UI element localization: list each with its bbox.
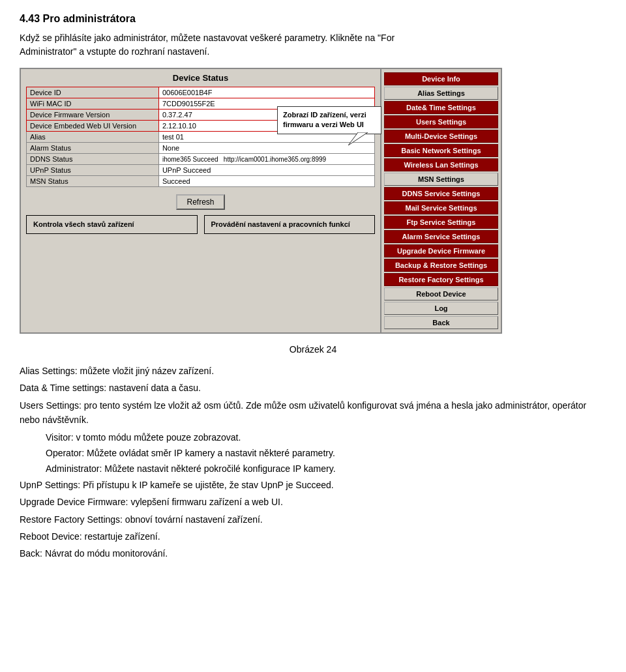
nav-item-mail-service-settings[interactable]: Mail Service Settings [384, 201, 498, 214]
nav-item-restore-factory-settings[interactable]: Restore Factory Settings [384, 273, 498, 286]
refresh-button[interactable]: Refresh [176, 194, 224, 210]
row-label: Device ID [27, 87, 159, 98]
body-line-2: Data & Time settings: nastavení data a č… [20, 381, 606, 395]
nav-item-basic-network-settings[interactable]: Basic Network Settings [384, 144, 498, 157]
label-box-2: Provádění nastavení a pracovních funkcí [204, 215, 376, 234]
body-line-3: Users Settings: pro tento systém lze vlo… [20, 398, 606, 428]
row-value: None [158, 143, 374, 154]
nav-item-wireless-lan-settings[interactable]: Wireless Lan Settings [384, 158, 498, 171]
intro-paragraph: Když se přihlásíte jako administrátor, m… [20, 31, 606, 59]
body-line-restore: Restore Factory Settings: obnoví tovární… [20, 512, 606, 527]
body-line-operator: Operator: Můžete ovládat směr IP kamery … [46, 446, 606, 460]
nav-item-users-settings[interactable]: Users Settings [384, 115, 498, 128]
body-line-administrator: Administrator: Můžete nastavit některé p… [46, 461, 606, 476]
row-label: Device Firmware Version [27, 110, 159, 121]
row-label: DDNS Status [27, 154, 159, 165]
refresh-row: Refresh [26, 194, 375, 210]
body-line-upgrade: Upgrade Device Firmware: vylepšení firmw… [20, 495, 606, 509]
status-table: Device ID 00606E001B4F WiFi MAC ID 7CDD9… [26, 87, 375, 187]
body-line-upnp: UpnP Settings: Při přístupu k IP kameře … [20, 478, 606, 492]
row-label: UPnP Status [27, 165, 159, 176]
nav-item-ftp-service-settings[interactable]: Ftp Service Settings [384, 216, 498, 229]
row-value: UPnP Succeed [158, 165, 374, 176]
nav-item-multi-device-settings[interactable]: Multi-Device Settings [384, 130, 498, 143]
row-label: WiFi MAC ID [27, 98, 159, 110]
row-label: Alias [27, 132, 159, 143]
row-value: 00606E001B4F [158, 87, 374, 98]
label-box-1: Kontrola všech stavů zařízení [26, 215, 198, 234]
table-row: Device ID 00606E001B4F [27, 87, 375, 98]
table-with-callout: Device ID 00606E001B4F WiFi MAC ID 7CDD9… [26, 87, 375, 187]
nav-item-reboot-device[interactable]: Reboot Device [384, 287, 498, 300]
row-label: Device Embeded Web UI Version [27, 121, 159, 132]
screenshot-container: Device Status Device ID 00606E001B4F WiF… [20, 68, 502, 334]
row-value: ihome365 Succeed http://icam0001.ihome36… [158, 154, 374, 165]
right-panel: Device Info Alias Settings Date& Time Se… [380, 69, 501, 332]
body-line-reboot: Reboot Device: restartuje zařízení. [20, 529, 606, 544]
body-line-back: Back: Návrat do módu monitorování. [20, 546, 606, 561]
row-value: Succeed [158, 176, 374, 187]
nav-item-msn-settings[interactable]: MSN Settings [384, 173, 498, 186]
nav-item-alarm-service-settings[interactable]: Alarm Service Settings [384, 230, 498, 243]
device-status-title: Device Status [26, 73, 375, 83]
table-row: UPnP Status UPnP Succeed [27, 165, 375, 176]
nav-item-upgrade-device-firmware[interactable]: Upgrade Device Firmware [384, 244, 498, 257]
nav-item-ddns-service-settings[interactable]: DDNS Service Settings [384, 187, 498, 200]
nav-item-device-info[interactable]: Device Info [384, 72, 498, 85]
body-line-1: Alias Settings: můžete vložit jiný název… [20, 364, 606, 378]
nav-item-alias-settings[interactable]: Alias Settings [384, 87, 498, 100]
bottom-labels: Kontrola všech stavů zařízení Provádění … [26, 215, 375, 234]
page-title: 4.43 Pro administrátora [20, 13, 606, 25]
nav-item-log[interactable]: Log [384, 302, 498, 315]
left-panel: Device Status Device ID 00606E001B4F WiF… [21, 69, 380, 332]
callout-box: Zobrazí ID zařízení, verzifirmwaru a ver… [277, 106, 381, 134]
nav-item-datetime-settings[interactable]: Date& Time Settings [384, 101, 498, 114]
svg-marker-0 [348, 132, 368, 145]
row-label: MSN Status [27, 176, 159, 187]
nav-item-back[interactable]: Back [384, 316, 498, 329]
table-row: MSN Status Succeed [27, 176, 375, 187]
body-line-visitor: Visitor: v tomto módu můžete pouze zobra… [46, 430, 606, 445]
nav-item-backup-restore-settings[interactable]: Backup & Restore Settings [384, 259, 498, 272]
caption: Obrázek 24 [20, 344, 606, 355]
table-row: Alarm Status None [27, 143, 375, 154]
row-label: Alarm Status [27, 143, 159, 154]
table-row: DDNS Status ihome365 Succeed http://icam… [27, 154, 375, 165]
